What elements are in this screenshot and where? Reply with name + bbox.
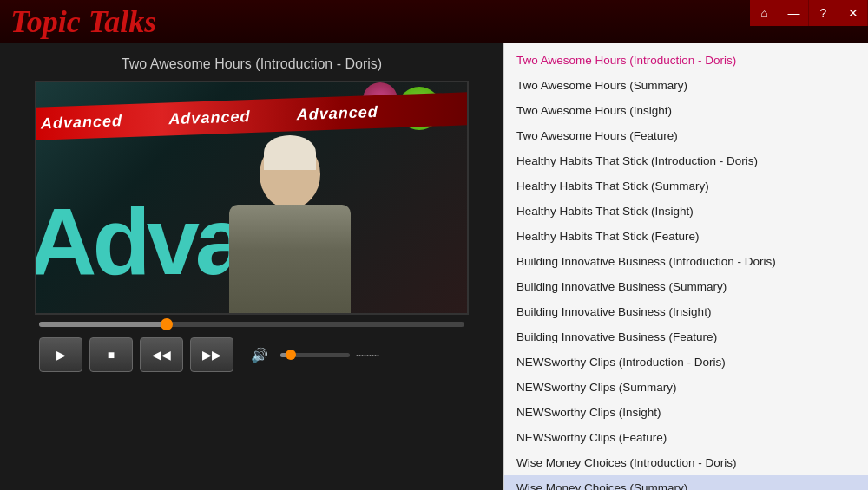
controls-row: ▶ ■ ◀◀ ▶▶ 🔊 ········· [35, 337, 469, 372]
forward-icon: ▶▶ [202, 348, 221, 362]
forward-button[interactable]: ▶▶ [190, 337, 233, 372]
help-button[interactable]: ? [809, 0, 838, 26]
left-panel: Two Awesome Hours (Introduction - Doris)… [0, 43, 503, 490]
playlist-item[interactable]: Healthy Habits That Stick (Feature) [504, 224, 868, 249]
playlist-item[interactable]: Two Awesome Hours (Insight) [504, 98, 868, 123]
stop-icon: ■ [108, 348, 115, 362]
video-title: Two Awesome Hours (Introduction - Doris) [17, 56, 486, 72]
playlist-item[interactable]: Building Innovative Business (Introducti… [504, 249, 868, 274]
volume-dots: ········· [355, 346, 378, 364]
playlist-item[interactable]: Healthy Habits That Stick (Introduction … [504, 148, 868, 173]
playlist-item[interactable]: Two Awesome Hours (Summary) [504, 73, 868, 98]
presenter-area [194, 122, 385, 313]
rewind-icon: ◀◀ [152, 348, 171, 362]
home-button[interactable]: ⌂ [750, 0, 779, 26]
banner-text-3: Advanced [297, 102, 378, 123]
volume-area: 🔊 ········· [244, 339, 378, 370]
volume-handle[interactable] [286, 350, 296, 360]
progress-handle[interactable] [161, 318, 173, 330]
playlist-item[interactable]: Wise Money Choices (Introduction - Doris… [504, 450, 868, 475]
playlist-item[interactable]: Two Awesome Hours (Feature) [504, 123, 868, 148]
app-title: Topic Talks [10, 3, 156, 40]
close-button[interactable]: ✕ [838, 0, 868, 26]
playlist-item[interactable]: Wise Money Choices (Summary) [504, 475, 868, 490]
playlist-item[interactable]: Healthy Habits That Stick (Insight) [504, 199, 868, 224]
presenter-head [260, 140, 320, 209]
playlist-item[interactable]: Building Innovative Business (Summary) [504, 274, 868, 299]
progress-track[interactable] [39, 322, 464, 327]
minimize-button[interactable]: — [779, 0, 809, 26]
playlist-scroll[interactable]: Two Awesome Hours (Introduction - Doris)… [504, 43, 868, 490]
progress-fill [39, 322, 167, 327]
right-panel: Two Awesome Hours (Introduction - Doris)… [503, 43, 868, 490]
playlist-item[interactable]: Two Awesome Hours (Introduction - Doris) [504, 48, 868, 73]
playlist-item[interactable]: NEWSworthy Clips (Summary) [504, 375, 868, 400]
main-content: Two Awesome Hours (Introduction - Doris)… [0, 43, 868, 490]
title-bar: Topic Talks [0, 0, 868, 43]
video-player[interactable]: Advanced Advanced Advanced Adva [35, 81, 469, 315]
banner-text-1: Advanced [41, 112, 122, 133]
playlist-item[interactable]: NEWSworthy Clips (Feature) [504, 425, 868, 450]
volume-track[interactable] [280, 353, 350, 357]
window-controls: ⌂ — ? ✕ [750, 0, 868, 26]
rewind-button[interactable]: ◀◀ [140, 337, 183, 372]
presenter-figure [220, 140, 359, 313]
playlist-item[interactable]: NEWSworthy Clips (Introduction - Doris) [504, 350, 868, 375]
progress-area [35, 322, 469, 327]
playlist-item[interactable]: NEWSworthy Clips (Insight) [504, 400, 868, 425]
playlist-item[interactable]: Building Innovative Business (Feature) [504, 324, 868, 350]
volume-icon: 🔊 [251, 347, 268, 363]
play-icon: ▶ [56, 348, 66, 362]
playlist-item[interactable]: Building Innovative Business (Insight) [504, 299, 868, 324]
stop-button[interactable]: ■ [89, 337, 133, 372]
volume-button[interactable]: 🔊 [244, 339, 275, 370]
presenter-torso [229, 205, 351, 315]
play-button[interactable]: ▶ [39, 337, 82, 372]
playlist-item[interactable]: Healthy Habits That Stick (Summary) [504, 173, 868, 199]
